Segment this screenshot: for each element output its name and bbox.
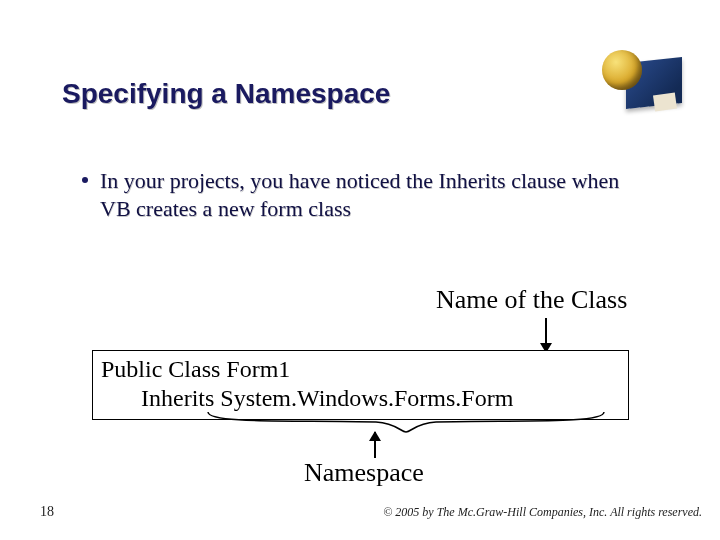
copyright-text: © 2005 by The Mc.Graw-Hill Companies, In… [383,505,702,520]
page-number: 18 [40,504,54,520]
code-line-1: Public Class Form1 [101,355,620,384]
bullet-item: In your projects, you have noticed the I… [82,167,650,222]
page-title: Specifying a Namespace [62,78,390,110]
decorative-corner-graphic [602,50,682,116]
arrow-down-icon [545,318,547,352]
namespace-label: Namespace [304,458,424,488]
code-line-2: Inherits System.Windows.Forms.Form [101,384,620,413]
curly-brace-icon [206,410,606,436]
bullet-text: In your projects, you have noticed the I… [100,167,650,222]
bullet-dot-icon [82,177,88,183]
class-name-label: Name of the Class [436,285,627,315]
arrow-up-icon [374,432,376,458]
